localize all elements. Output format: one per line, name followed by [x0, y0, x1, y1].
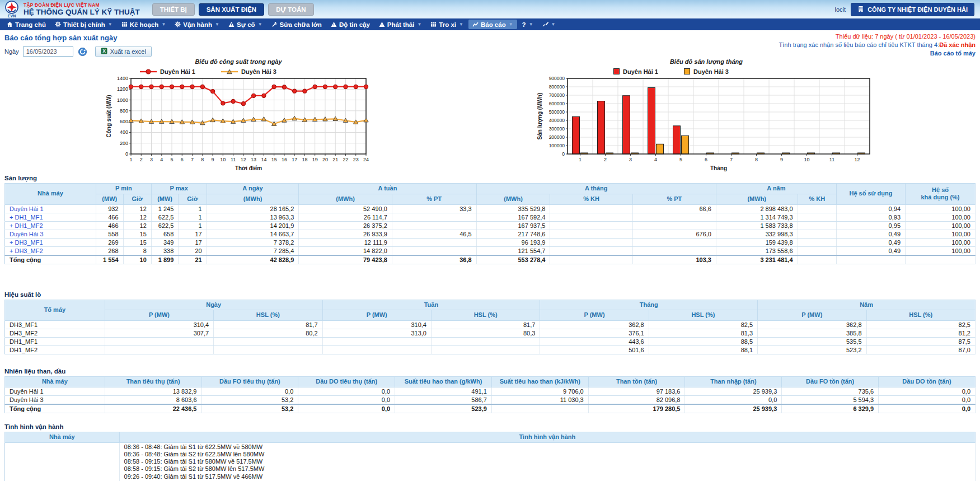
cell [906, 255, 976, 264]
cell: 46,5 [392, 230, 476, 238]
legend-label: Duyên Hải 3 [693, 68, 729, 75]
nav-item-độ-tin-cậy[interactable]: Độ tin cậy [327, 20, 374, 29]
column-header: Suất tiêu hao than (g/kWh) [395, 377, 492, 387]
cell [105, 346, 213, 354]
column-header: P (MW) [540, 310, 649, 321]
nav-item-sự-cố[interactable]: Sự cố▼ [224, 20, 266, 29]
app-tab-dự-toán[interactable]: DỰ TOÁN [268, 3, 313, 16]
cell: 12 111,9 [299, 238, 392, 246]
org-name: TẬP ĐOÀN ĐIỆN LỰC VIỆT NAM [24, 2, 140, 8]
line-chart-svg: 1234567891011121314151617181920212223240… [105, 76, 372, 172]
monthly-output-chart: Biểu đồ sản lượng thángDuyên Hải 1Duyên … [536, 58, 876, 175]
cell: 82,5 [649, 321, 757, 329]
date-input[interactable] [23, 46, 73, 57]
svg-text:2: 2 [140, 157, 143, 162]
refresh-button[interactable] [78, 48, 87, 56]
legend-item: Duyên Hải 1 [140, 68, 195, 75]
cell: 179 280,5 [588, 404, 685, 413]
table-row: DH3_MF2307,780,2313,080,3376,181,3385,88… [5, 329, 976, 338]
chevron-down-icon: ▼ [509, 22, 513, 27]
company-button[interactable]: CÔNG TY NHIỆT ĐIỆN DUYÊN HẢI [851, 3, 974, 16]
cell: 466 [96, 213, 123, 221]
cell: 1 [179, 213, 207, 221]
cell: 14 822,0 [299, 246, 392, 255]
cell [632, 213, 716, 221]
column-header: % PT [392, 194, 476, 204]
cell: 676,0 [632, 230, 716, 238]
nav-item-brush-icon[interactable]: ▼ [538, 20, 560, 29]
cell: 173 558,6 [716, 246, 798, 255]
cell [798, 204, 836, 213]
svg-text:1400: 1400 [117, 76, 128, 81]
app-tab-sản-xuất-điện[interactable]: SẢN XUẤT ĐIỆN [199, 3, 264, 16]
nav-item-thiết-bị-chính[interactable]: Thiết bị chính▼ [51, 20, 116, 29]
grid-icon [430, 21, 437, 27]
nav-item-sửa-chữa-lớn[interactable]: Sửa chữa lớn [268, 20, 326, 29]
cell [836, 255, 905, 264]
plant-link[interactable]: + DH3_MF2 [5, 246, 96, 255]
column-header: A ngày [207, 184, 299, 194]
cell: 12 [123, 213, 151, 221]
cell: 53,2 [201, 395, 298, 404]
unit-report-link[interactable]: Báo cáo tổ máy [930, 50, 976, 57]
wrench-icon [271, 21, 278, 27]
svg-text:100000: 100000 [549, 143, 565, 148]
nav-item-tro-xỉ[interactable]: Tro xỉ▼ [426, 20, 467, 29]
cell: 52 490,0 [299, 204, 392, 213]
cell: 14 201,9 [207, 221, 299, 230]
cell: 121 554,7 [476, 246, 550, 255]
nav-item-vận-hành[interactable]: Vận hành▼ [171, 20, 223, 29]
cell: 217 748,6 [476, 230, 550, 238]
plant-link[interactable]: + DH3_MF1 [5, 238, 96, 246]
svg-text:21: 21 [332, 157, 338, 162]
svg-text:900000: 900000 [549, 76, 565, 81]
plant-link[interactable]: Duyên Hải 1 [5, 204, 96, 213]
evn-logo-icon [5, 1, 18, 14]
table-row: Duyên Hải 3558156581714 663,726 933,946,… [5, 230, 976, 238]
cell [105, 338, 213, 346]
app-tab-thiết-bị[interactable]: THIẾT BỊ [152, 3, 195, 16]
cell [550, 230, 632, 238]
export-excel-button[interactable]: X Xuất ra excel [95, 46, 152, 57]
cell: 26 114,7 [299, 213, 392, 221]
excel-icon: X [101, 48, 107, 55]
column-header: P (MW) [105, 310, 213, 321]
nav-item-label: ? [522, 21, 526, 28]
nav-item-trang-chủ[interactable]: Trang chủ [3, 20, 50, 29]
cell: 535,5 [758, 338, 866, 346]
cell: 100,00 [906, 221, 976, 230]
legend-item: Duyên Hải 3 [684, 68, 729, 75]
svg-text:300000: 300000 [549, 126, 565, 132]
column-header: A năm [716, 184, 836, 194]
column-header: (MW) [96, 194, 123, 204]
svg-text:700000: 700000 [549, 92, 565, 98]
column-header: Hệ số khả dụng (%) [906, 184, 976, 205]
cell: 13 832,9 [105, 387, 201, 395]
row-label: DH3_MF2 [5, 329, 105, 338]
cell: 0,49 [836, 238, 905, 246]
column-header: (MWh) [476, 194, 550, 204]
cell [322, 346, 431, 354]
cell [550, 246, 632, 255]
plant-link[interactable]: Duyên Hải 3 [5, 230, 96, 238]
column-header: (MW) [151, 194, 179, 204]
cell: 523,9 [395, 404, 492, 413]
svg-text:400000: 400000 [549, 118, 565, 123]
nav-item-kế-hoạch[interactable]: Kế hoạch▼ [118, 20, 170, 29]
plant-link[interactable]: + DH1_MF1 [5, 213, 96, 221]
column-header: Năm [758, 300, 976, 310]
chart-legend: Duyên Hải 1Duyên Hải 3 [105, 67, 372, 76]
cell: 12 [123, 204, 151, 213]
username: locit [835, 6, 846, 13]
plant-link[interactable]: + DH1_MF2 [5, 221, 96, 230]
nav-item-?[interactable]: ?▼ [518, 20, 537, 29]
column-header: Dầu DO tiêu thụ (tấn) [298, 377, 395, 387]
nav-item-phát-thải[interactable]: Phát thải▼ [375, 20, 425, 29]
cell: 53,2 [201, 404, 298, 413]
cell [798, 221, 836, 230]
date-label: Ngày [4, 48, 19, 55]
column-header: HSL (%) [649, 310, 757, 321]
svg-text:1200: 1200 [117, 86, 128, 92]
cell: 87,0 [866, 346, 976, 354]
nav-item-báo-cáo[interactable]: Báo cáo▼ [468, 20, 517, 29]
